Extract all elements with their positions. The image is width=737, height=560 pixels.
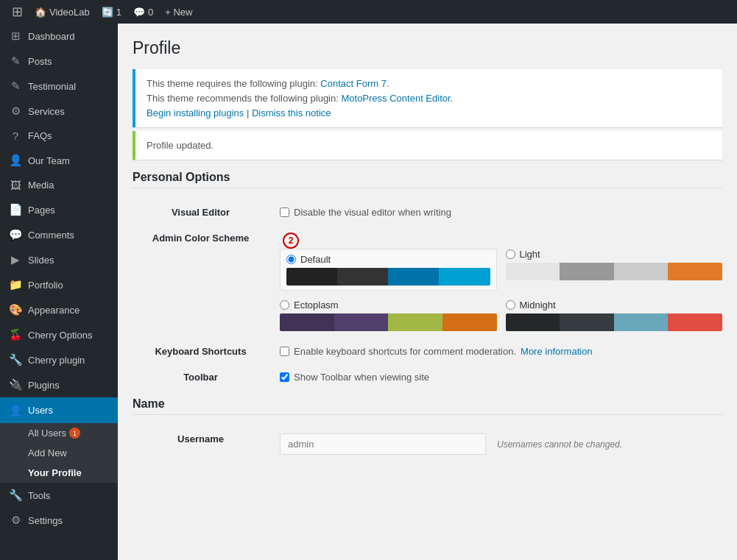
sidebar-item-label: Comments <box>28 230 74 241</box>
sidebar-item-dashboard[interactable]: ⊞ Dashboard <box>0 24 118 49</box>
comments-link[interactable]: 💬 0 <box>127 0 159 24</box>
color-scheme-ectoplasm-label: Ectoplasm <box>294 300 339 311</box>
color-swatch <box>388 313 442 331</box>
color-scheme-cell: 2 Default <box>280 225 722 339</box>
color-scheme-ectoplasm[interactable]: Ectoplasm <box>280 300 497 331</box>
updates-icon: 🔄 <box>102 7 113 18</box>
name-section-title: Name <box>133 397 722 415</box>
updates-link[interactable]: 🔄 1 <box>96 0 127 24</box>
color-scheme-light-radio[interactable] <box>506 249 515 259</box>
color-scheme-light[interactable]: Light <box>506 249 723 291</box>
sidebar-item-users[interactable]: 👤 Users ▶ <box>0 397 118 423</box>
sidebar-item-label: Tools <box>28 490 50 501</box>
sidebar-item-cherry-options[interactable]: 🍒 Cherry Options <box>0 322 118 347</box>
sidebar-item-appearance[interactable]: 🎨 Appearance <box>0 297 118 322</box>
visual-editor-checkbox-label[interactable]: Disable the visual editor when writing <box>280 207 722 218</box>
media-icon: 🖼 <box>9 179 22 191</box>
keyboard-shortcuts-checkbox-label[interactable]: Enable keyboard shortcuts for comment mo… <box>280 346 722 357</box>
sidebar-item-settings[interactable]: ⚙ Settings <box>0 508 118 533</box>
wp-logo[interactable]: ⊞ <box>6 0 29 24</box>
sidebar-item-cherry-plugin[interactable]: 🔧 Cherry plugin <box>0 347 118 372</box>
color-scheme-default-radio[interactable] <box>286 255 296 264</box>
notice-links: Begin installing plugins | Dismiss this … <box>147 107 711 118</box>
submenu-all-users[interactable]: All Users 1 <box>0 423 118 443</box>
sidebar-item-label: Appearance <box>28 305 80 316</box>
submenu-add-new[interactable]: Add New <box>0 443 118 463</box>
color-scheme-default[interactable]: Default <box>280 249 497 291</box>
more-information-link[interactable]: More information <box>521 346 593 357</box>
sidebar-item-label: Services <box>28 106 65 117</box>
sidebar-item-label: Settings <box>28 515 63 526</box>
visual-editor-checkbox-text: Disable the visual editor when writing <box>294 207 451 218</box>
color-scheme-midnight-radio[interactable] <box>506 300 515 310</box>
users-icon: 👤 <box>9 404 22 417</box>
visual-editor-checkbox[interactable] <box>280 208 289 217</box>
new-label: + New <box>165 7 192 18</box>
visual-editor-cell: Disable the visual editor when writing <box>280 199 722 225</box>
username-input <box>280 433 486 455</box>
sidebar-item-tools[interactable]: 🔧 Tools <box>0 483 118 508</box>
home-icon: 🏠 <box>35 7 46 18</box>
color-swatch <box>442 313 497 331</box>
sidebar-item-comments[interactable]: 💬 Comments <box>0 222 118 247</box>
sidebar-item-pages[interactable]: 📄 Pages <box>0 197 118 222</box>
success-message: Profile updated. <box>147 140 711 151</box>
keyboard-shortcuts-row: Keyboard Shortcuts Enable keyboard short… <box>133 339 722 364</box>
contact-form-7-link[interactable]: Contact Form 7 <box>320 78 387 89</box>
sidebar-item-faqs[interactable]: ? FAQs <box>0 124 118 148</box>
sidebar-item-label: Users <box>28 405 53 416</box>
dashboard-icon: ⊞ <box>9 29 22 43</box>
plugins-icon: 🔌 <box>9 378 22 391</box>
color-swatch <box>506 313 560 331</box>
dismiss-notice-link[interactable]: Dismiss this notice <box>252 107 331 118</box>
sidebar-item-media[interactable]: 🖼 Media <box>0 173 118 197</box>
color-scheme-ectoplasm-preview <box>280 313 497 331</box>
toolbar-row: Toolbar Show Toolbar when viewing site <box>133 364 722 390</box>
our-team-icon: 👤 <box>9 154 22 167</box>
sidebar-item-label: FAQs <box>28 130 52 141</box>
sidebar-item-services[interactable]: ⚙ Services <box>0 99 118 124</box>
username-row: Username Usernames cannot be changed. <box>133 426 722 462</box>
sidebar-item-portfolio[interactable]: 📁 Portfolio <box>0 272 118 297</box>
toolbar-label: Toolbar <box>133 364 280 390</box>
all-users-label: All Users <box>28 428 66 439</box>
sidebar-item-our-team[interactable]: 👤 Our Team <box>0 148 118 173</box>
visual-editor-row: Visual Editor Disable the visual editor … <box>133 199 722 225</box>
color-scheme-default-label: Default <box>300 254 331 265</box>
site-name-link[interactable]: 🏠 VideoLab <box>29 0 96 24</box>
page-title: Profile <box>133 38 722 58</box>
name-table: Username Usernames cannot be changed. <box>133 426 722 462</box>
color-scheme-midnight[interactable]: Midnight <box>506 300 723 331</box>
portfolio-icon: 📁 <box>9 278 22 291</box>
color-swatch <box>560 263 614 280</box>
sidebar-item-label: Slides <box>28 255 54 266</box>
sidebar-item-label: Testimonial <box>28 81 76 92</box>
sidebar-item-label: Media <box>28 180 54 191</box>
pages-icon: 📄 <box>9 203 22 216</box>
toolbar-checkbox-label[interactable]: Show Toolbar when viewing site <box>280 372 722 383</box>
color-scheme-ectoplasm-radio[interactable] <box>280 300 289 310</box>
admin-bar: ⊞ 🏠 VideoLab 🔄 1 💬 0 + New <box>0 0 737 24</box>
begin-installing-link[interactable]: Begin installing plugins <box>147 107 244 118</box>
color-swatch <box>614 313 669 331</box>
sidebar-item-plugins[interactable]: 🔌 Plugins <box>0 372 118 397</box>
color-swatch <box>334 313 389 331</box>
new-content-link[interactable]: + New <box>159 0 198 24</box>
slides-icon: ▶ <box>9 253 22 266</box>
comments-sidebar-icon: 💬 <box>9 228 22 241</box>
username-cell: Usernames cannot be changed. <box>280 426 722 462</box>
submenu-your-profile[interactable]: Your Profile <box>0 463 118 483</box>
updates-count: 1 <box>116 7 121 18</box>
color-scheme-light-preview <box>506 263 723 280</box>
motopress-link[interactable]: MotoPress Content Editor <box>341 93 450 104</box>
toolbar-checkbox[interactable] <box>280 372 289 382</box>
keyboard-shortcuts-checkbox[interactable] <box>280 347 289 356</box>
sidebar-item-testimonial[interactable]: ✎ Testimonial <box>0 74 118 99</box>
all-users-badge: 1 <box>69 428 80 439</box>
plugin-notice-line2: This theme recommends the following plug… <box>147 93 711 104</box>
keyboard-shortcuts-cell: Enable keyboard shortcuts for comment mo… <box>280 339 722 364</box>
testimonial-icon: ✎ <box>9 79 22 93</box>
sidebar-item-slides[interactable]: ▶ Slides <box>0 247 118 272</box>
personal-options-title: Personal Options <box>133 171 722 188</box>
sidebar-item-posts[interactable]: ✎ Posts <box>0 49 118 74</box>
